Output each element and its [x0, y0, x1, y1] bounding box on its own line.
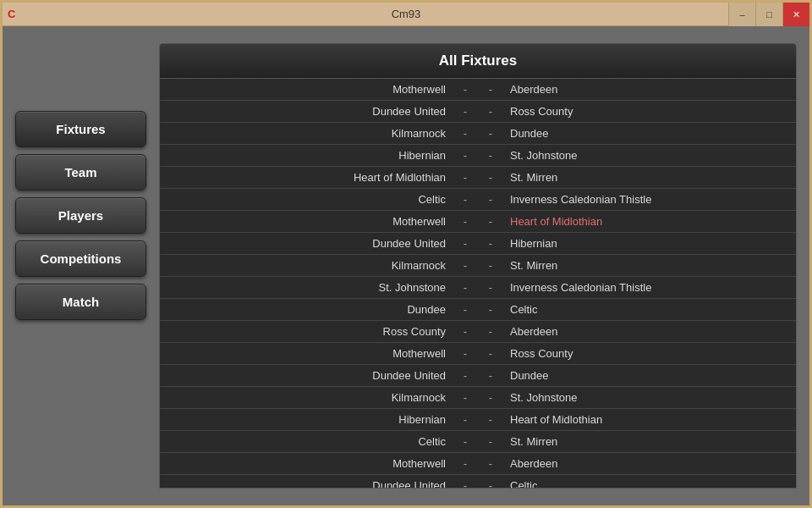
- fixture-row[interactable]: Dundee United--Hibernian: [160, 233, 796, 255]
- nav-btn-match[interactable]: Match: [15, 284, 146, 320]
- fixture-away: Hibernian: [503, 233, 796, 254]
- fixture-home: Dundee: [160, 299, 453, 320]
- fixture-separator-2: -: [478, 167, 503, 188]
- fixture-separator-2: -: [478, 101, 503, 122]
- window-title: Cm93: [392, 8, 421, 20]
- fixture-home: Kilmarnock: [160, 387, 453, 408]
- fixture-away: Inverness Caledonian Thistle: [503, 277, 796, 298]
- fixture-home: Heart of Midlothian: [160, 167, 453, 188]
- fixtures-list[interactable]: Motherwell--AberdeenDundee United--Ross …: [159, 79, 797, 489]
- minimize-button[interactable]: –: [728, 3, 755, 26]
- fixture-row[interactable]: Motherwell--Aberdeen: [160, 79, 796, 101]
- fixture-home: Celtic: [160, 189, 453, 210]
- fixture-row[interactable]: St. Johnstone--Inverness Caledonian This…: [160, 277, 796, 299]
- fixture-away: Inverness Caledonian Thistle: [503, 189, 796, 210]
- fixture-separator-1: -: [453, 101, 478, 122]
- fixture-away: St. Johnstone: [503, 387, 796, 408]
- fixture-separator-2: -: [478, 277, 503, 298]
- fixture-separator-1: -: [453, 453, 478, 474]
- fixture-row[interactable]: Heart of Midlothian--St. Mirren: [160, 167, 796, 189]
- fixture-separator-1: -: [453, 123, 478, 144]
- fixture-separator-1: -: [453, 431, 478, 452]
- fixture-separator-1: -: [453, 211, 478, 232]
- fixture-away: Heart of Midlothian: [503, 409, 796, 430]
- fixture-home: Dundee United: [160, 365, 453, 386]
- fixture-away: St. Mirren: [503, 167, 796, 188]
- fixture-separator-1: -: [453, 277, 478, 298]
- title-bar: C Cm93 – □ ✕: [3, 3, 809, 26]
- fixture-separator-1: -: [453, 189, 478, 210]
- fixture-away: Aberdeen: [503, 321, 796, 342]
- fixture-away: Ross County: [503, 101, 796, 122]
- app-icon: C: [8, 8, 15, 20]
- fixture-home: Ross County: [160, 321, 453, 342]
- fixture-home: Celtic: [160, 431, 453, 452]
- fixture-separator-1: -: [453, 233, 478, 254]
- window-controls: – □ ✕: [728, 3, 809, 26]
- fixture-separator-1: -: [453, 343, 478, 364]
- fixture-away: Aberdeen: [503, 79, 796, 100]
- fixture-row[interactable]: Hibernian--St. Johnstone: [160, 145, 796, 167]
- fixture-separator-1: -: [453, 167, 478, 188]
- fixture-home: Motherwell: [160, 79, 453, 100]
- fixture-home: Motherwell: [160, 211, 453, 232]
- fixture-away: Celtic: [503, 475, 796, 489]
- fixture-home: Kilmarnock: [160, 123, 453, 144]
- fixture-away: Aberdeen: [503, 453, 796, 474]
- fixture-separator-2: -: [478, 79, 503, 100]
- fixture-separator-2: -: [478, 321, 503, 342]
- fixture-row[interactable]: Motherwell--Ross County: [160, 343, 796, 365]
- fixture-row[interactable]: Motherwell--Heart of Midlothian: [160, 211, 796, 233]
- fixture-away: Celtic: [503, 299, 796, 320]
- fixture-separator-2: -: [478, 211, 503, 232]
- fixture-home: Kilmarnock: [160, 255, 453, 276]
- maximize-button[interactable]: □: [755, 3, 782, 26]
- fixture-row[interactable]: Celtic--Inverness Caledonian Thistle: [160, 189, 796, 211]
- fixture-separator-2: -: [478, 255, 503, 276]
- fixture-row[interactable]: Kilmarnock--Dundee: [160, 123, 796, 145]
- fixture-away: Dundee: [503, 123, 796, 144]
- nav-btn-team[interactable]: Team: [15, 154, 146, 190]
- fixture-separator-1: -: [453, 299, 478, 320]
- fixture-row[interactable]: Hibernian--Heart of Midlothian: [160, 409, 796, 431]
- fixture-row[interactable]: Kilmarnock--St. Johnstone: [160, 387, 796, 409]
- content-area: All Fixtures Motherwell--AberdeenDundee …: [159, 43, 797, 489]
- fixture-away: Heart of Midlothian: [503, 211, 796, 232]
- fixture-row[interactable]: Kilmarnock--St. Mirren: [160, 255, 796, 277]
- nav-btn-competitions[interactable]: Competitions: [15, 240, 146, 277]
- fixture-separator-1: -: [453, 475, 478, 489]
- fixture-separator-2: -: [478, 431, 503, 452]
- fixture-separator-2: -: [478, 145, 503, 166]
- fixture-home: Motherwell: [160, 343, 453, 364]
- fixture-separator-1: -: [453, 387, 478, 408]
- fixture-separator-1: -: [453, 365, 478, 386]
- fixture-row[interactable]: Dundee United--Ross County: [160, 101, 796, 123]
- fixture-separator-2: -: [478, 123, 503, 144]
- nav-btn-fixtures[interactable]: Fixtures: [15, 111, 146, 147]
- fixture-separator-2: -: [478, 365, 503, 386]
- fixture-away: St. Mirren: [503, 255, 796, 276]
- fixture-row[interactable]: Dundee United--Celtic: [160, 475, 796, 489]
- fixture-separator-1: -: [453, 409, 478, 430]
- close-button[interactable]: ✕: [782, 3, 809, 26]
- fixture-home: Hibernian: [160, 145, 453, 166]
- fixture-home: Dundee United: [160, 233, 453, 254]
- fixture-separator-2: -: [478, 233, 503, 254]
- nav-btn-players[interactable]: Players: [15, 197, 146, 234]
- fixture-row[interactable]: Celtic--St. Mirren: [160, 431, 796, 453]
- fixture-row[interactable]: Ross County--Aberdeen: [160, 321, 796, 343]
- fixture-home: Dundee United: [160, 475, 453, 489]
- main-area: FixturesTeamPlayersCompetitionsMatch All…: [3, 26, 809, 505]
- fixture-separator-2: -: [478, 189, 503, 210]
- fixture-away: St. Johnstone: [503, 145, 796, 166]
- fixture-row[interactable]: Dundee United--Dundee: [160, 365, 796, 387]
- fixture-home: Dundee United: [160, 101, 453, 122]
- fixture-separator-2: -: [478, 299, 503, 320]
- sidebar: FixturesTeamPlayersCompetitionsMatch: [15, 43, 146, 489]
- fixture-separator-1: -: [453, 255, 478, 276]
- fixture-separator-1: -: [453, 79, 478, 100]
- fixture-separator-2: -: [478, 475, 503, 489]
- fixture-separator-2: -: [478, 343, 503, 364]
- fixture-row[interactable]: Motherwell--Aberdeen: [160, 453, 796, 475]
- fixture-row[interactable]: Dundee--Celtic: [160, 299, 796, 321]
